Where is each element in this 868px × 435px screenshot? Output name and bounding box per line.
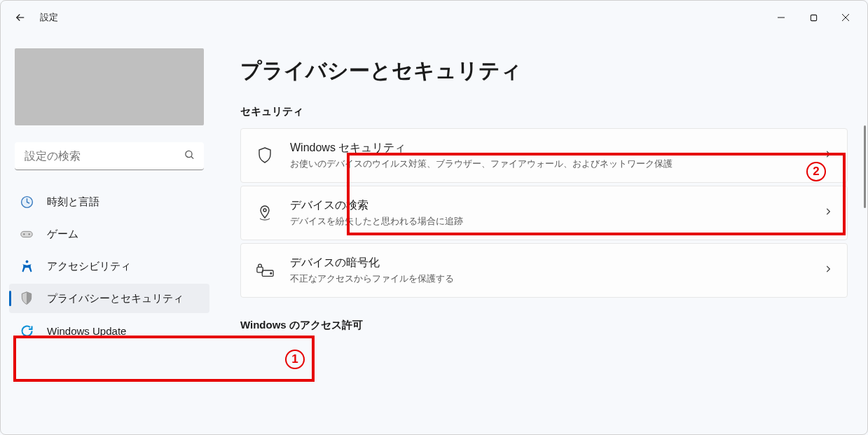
clock-globe-icon <box>19 194 34 209</box>
nav-list: 時刻と言語 ゲーム <box>9 187 209 345</box>
main-content: プライバシーとセキュリティ セキュリティ Windows セキュリティ お使いの… <box>218 34 867 434</box>
sidebar-item-gaming[interactable]: ゲーム <box>9 219 209 249</box>
card-title: Windows セキュリティ <box>290 140 808 156</box>
window-body: 時刻と言語 ゲーム <box>1 34 867 434</box>
section-label-permissions: Windows のアクセス許可 <box>240 319 848 332</box>
sidebar-item-label: プライバシーとセキュリティ <box>47 292 200 305</box>
sidebar-item-label: 時刻と言語 <box>47 195 200 209</box>
chevron-right-icon <box>823 207 833 219</box>
svg-rect-3 <box>21 231 33 237</box>
chevron-right-icon <box>823 264 833 277</box>
maximize-icon <box>810 14 818 22</box>
sidebar-item-time-language[interactable]: 時刻と言語 <box>9 187 209 216</box>
sidebar-item-accessibility[interactable]: アクセシビリティ <box>9 251 209 281</box>
scrollbar-thumb[interactable] <box>864 125 866 208</box>
svg-point-1 <box>186 151 192 157</box>
search-input[interactable] <box>15 142 204 170</box>
card-text: デバイスの暗号化 不正なアクセスからファイルを保護する <box>290 255 808 286</box>
search-icon <box>184 149 195 164</box>
chevron-right-icon <box>823 149 833 162</box>
gamepad-icon <box>19 226 34 242</box>
back-button[interactable] <box>6 4 34 32</box>
location-pin-icon <box>255 203 275 223</box>
sidebar-item-label: ゲーム <box>47 228 200 241</box>
sidebar-item-label: Windows Update <box>47 325 200 337</box>
close-button[interactable] <box>829 6 862 29</box>
sidebar-item-label: アクセシビリティ <box>47 260 200 273</box>
shield-outline-icon <box>255 146 275 165</box>
close-icon <box>841 13 850 22</box>
window-controls <box>765 6 862 29</box>
shield-icon <box>19 291 34 306</box>
card-device-encryption[interactable]: デバイスの暗号化 不正なアクセスからファイルを保護する <box>240 243 848 298</box>
sidebar-item-windows-update[interactable]: Windows Update <box>9 316 209 345</box>
svg-rect-0 <box>811 15 816 20</box>
svg-point-6 <box>25 260 28 263</box>
search-field-wrap <box>15 142 204 170</box>
lock-drive-icon <box>255 261 275 280</box>
settings-window: 設定 <box>0 0 868 435</box>
minimize-button[interactable] <box>765 6 797 29</box>
card-find-my-device[interactable]: デバイスの検索 デバイスを紛失したと思われる場合に追跡 <box>240 186 848 240</box>
accessibility-icon <box>19 258 34 274</box>
card-title: デバイスの暗号化 <box>290 255 808 270</box>
titlebar: 設定 <box>1 1 867 34</box>
arrow-left-icon <box>14 11 27 24</box>
svg-point-9 <box>270 272 272 274</box>
app-title: 設定 <box>40 11 58 24</box>
card-desc: デバイスを紛失したと思われる場合に追跡 <box>290 214 808 228</box>
page-title: プライバシーとセキュリティ <box>240 57 848 85</box>
svg-point-5 <box>29 233 30 235</box>
card-windows-security[interactable]: Windows セキュリティ お使いのデバイスのウイルス対策、ブラウザー、ファイ… <box>240 128 848 183</box>
profile-placeholder <box>15 48 204 125</box>
card-desc: お使いのデバイスのウイルス対策、ブラウザー、ファイアウォール、およびネットワーク… <box>290 157 808 171</box>
update-icon <box>19 323 34 338</box>
security-cards: Windows セキュリティ お使いのデバイスのウイルス対策、ブラウザー、ファイ… <box>240 128 848 298</box>
minimize-icon <box>777 13 785 22</box>
svg-point-7 <box>263 209 266 212</box>
sidebar: 時刻と言語 ゲーム <box>1 34 218 434</box>
section-label-security: セキュリティ <box>240 105 848 118</box>
maximize-button[interactable] <box>797 6 829 29</box>
svg-point-4 <box>23 233 25 235</box>
card-text: Windows セキュリティ お使いのデバイスのウイルス対策、ブラウザー、ファイ… <box>290 140 808 171</box>
sidebar-item-privacy-security[interactable]: プライバシーとセキュリティ <box>9 284 209 313</box>
card-text: デバイスの検索 デバイスを紛失したと思われる場合に追跡 <box>290 198 808 228</box>
card-desc: 不正なアクセスからファイルを保護する <box>290 272 808 286</box>
card-title: デバイスの検索 <box>290 198 808 213</box>
